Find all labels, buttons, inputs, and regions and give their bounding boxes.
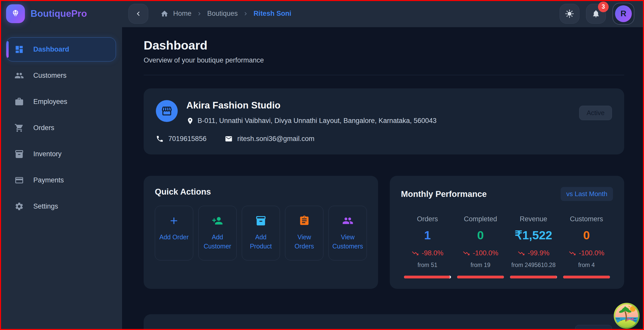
- stat-customers: Customers 0 -100.0% from 4: [560, 215, 613, 278]
- status-badge: Active: [579, 106, 612, 120]
- clipboard-icon: [299, 215, 310, 226]
- orders-title: Orders: [156, 328, 183, 330]
- quick-actions-title: Quick Actions: [155, 187, 367, 197]
- theme-toggle-button[interactable]: [560, 4, 579, 24]
- trending-down-icon: [462, 249, 470, 257]
- stat-completed: Completed 0 -100.0% from 19: [454, 215, 507, 278]
- notification-badge: 3: [598, 2, 609, 12]
- stat-previous: from 51: [401, 262, 454, 269]
- phone-icon: [156, 135, 164, 143]
- stat-progress-fill: [457, 276, 504, 278]
- stat-label: Customers: [560, 215, 613, 223]
- sidebar-item-label: Orders: [33, 124, 54, 132]
- monthly-performance-header: Monthly Performance vs Last Month: [401, 187, 613, 201]
- dashboard-icon: [14, 45, 24, 54]
- view-orders-button[interactable]: View Orders: [285, 206, 323, 260]
- stat-change-value: -99.9%: [528, 249, 549, 257]
- topbar-actions: 3 R: [560, 3, 634, 25]
- page-content: Dashboard Overview of your boutique perf…: [122, 27, 644, 330]
- monthly-stats-grid: Orders 1 -98.0% from 51: [401, 215, 613, 278]
- chevron-right-icon: [242, 10, 249, 17]
- sidebar-item-inventory[interactable]: Inventory: [6, 142, 116, 166]
- breadcrumb-current: Ritesh Soni: [253, 10, 291, 18]
- orders-total-badge: 67 Total: [575, 325, 612, 330]
- divider: [144, 75, 624, 75]
- sidebar-item-dashboard[interactable]: Dashboard: [6, 37, 116, 61]
- storefront-icon: [161, 105, 173, 117]
- breadcrumb-boutiques[interactable]: Boutiques: [207, 10, 238, 18]
- stat-value: 1: [401, 228, 454, 242]
- notifications-button[interactable]: 3: [586, 4, 606, 24]
- store-address-row: B-011, Unnathi Vaibhavi, Divya Unnathi L…: [186, 117, 437, 125]
- stat-previous: from 4: [560, 262, 613, 269]
- stat-value: ₹1,522: [507, 228, 560, 242]
- sun-icon: [565, 9, 574, 18]
- cards-row: Quick Actions Add Order Add Customer: [144, 176, 624, 289]
- stat-revenue: Revenue ₹1,522 -99.9% from 2495610.28: [507, 215, 560, 278]
- breadcrumb: Home Boutiques Ritesh Soni: [160, 10, 291, 18]
- add-customer-button[interactable]: Add Customer: [198, 206, 237, 260]
- brand-logo: [6, 4, 25, 23]
- sidebar-item-label: Inventory: [33, 150, 62, 158]
- store-card: Akira Fashion Studio B-011, Unnathi Vaib…: [144, 88, 624, 154]
- stat-value: 0: [454, 228, 507, 242]
- add-product-button[interactable]: Add Product: [242, 206, 280, 260]
- stat-orders: Orders 1 -98.0% from 51: [401, 215, 454, 278]
- action-label: Add Customer: [201, 232, 234, 251]
- main-area: Home Boutiques Ritesh Soni 3 R D: [122, 0, 644, 330]
- bell-icon: [592, 9, 600, 18]
- sidebar-nav: Dashboard Customers Employees Orders Inv…: [0, 27, 122, 221]
- stat-change: -100.0%: [454, 249, 507, 257]
- people-icon: [14, 71, 24, 80]
- store-phone: 7019615856: [168, 135, 206, 143]
- view-customers-button[interactable]: View Customers: [328, 206, 367, 260]
- tropical-island-icon: [613, 303, 640, 329]
- stat-progress-bar: [510, 276, 557, 278]
- people-icon: [342, 215, 353, 226]
- back-button[interactable]: [128, 4, 148, 24]
- stat-progress-bar: [563, 276, 610, 278]
- app-root: BoutiquePro Dashboard Customers Employee…: [0, 0, 644, 330]
- stat-progress-fill: [510, 276, 557, 278]
- plus-icon: [168, 215, 179, 226]
- brand-name: BoutiquePro: [31, 8, 87, 19]
- diamond-icon: [10, 9, 21, 19]
- sidebar-item-employees[interactable]: Employees: [6, 90, 116, 114]
- sidebar-item-label: Dashboard: [33, 45, 69, 53]
- sidebar-item-settings[interactable]: Settings: [6, 194, 116, 218]
- brand: BoutiquePro: [0, 0, 122, 27]
- chevron-right-icon: [196, 10, 203, 17]
- stat-progress-fill: [404, 276, 450, 278]
- page-subtitle: Overview of your boutique performance: [144, 56, 624, 64]
- page-title: Dashboard: [144, 38, 624, 52]
- stat-change: -100.0%: [560, 249, 613, 257]
- sidebar-item-orders[interactable]: Orders: [6, 116, 116, 140]
- stat-change: -99.9%: [507, 249, 560, 257]
- sidebar-item-customers[interactable]: Customers: [6, 64, 116, 88]
- stat-previous: from 2495610.28: [507, 262, 560, 269]
- sidebar-item-label: Customers: [33, 72, 67, 80]
- sidebar-item-label: Settings: [33, 202, 58, 210]
- stat-label: Completed: [454, 215, 507, 223]
- action-label: View Customers: [331, 232, 365, 251]
- store-info: Akira Fashion Studio B-011, Unnathi Vaib…: [186, 100, 437, 125]
- cart-icon: [14, 123, 24, 133]
- inventory-box-icon: [14, 149, 24, 159]
- avatar: R: [615, 5, 632, 22]
- add-order-button[interactable]: Add Order: [155, 206, 193, 260]
- trending-down-icon: [568, 249, 576, 257]
- stat-change-value: -100.0%: [579, 249, 604, 257]
- stat-previous: from 19: [454, 262, 507, 269]
- stat-value: 0: [560, 228, 613, 242]
- sidebar-item-label: Employees: [33, 98, 67, 106]
- trending-down-icon: [517, 249, 525, 257]
- location-pin-icon: [186, 117, 194, 125]
- person-add-icon: [212, 215, 223, 226]
- sidebar-item-payments[interactable]: Payments: [6, 168, 116, 192]
- island-widget-button[interactable]: [613, 303, 640, 329]
- vs-last-month-badge: vs Last Month: [561, 187, 613, 201]
- breadcrumb-home[interactable]: Home: [173, 10, 191, 18]
- user-menu-button[interactable]: R: [612, 3, 634, 25]
- action-label: Add Product: [244, 232, 278, 251]
- store-name: Akira Fashion Studio: [186, 100, 437, 111]
